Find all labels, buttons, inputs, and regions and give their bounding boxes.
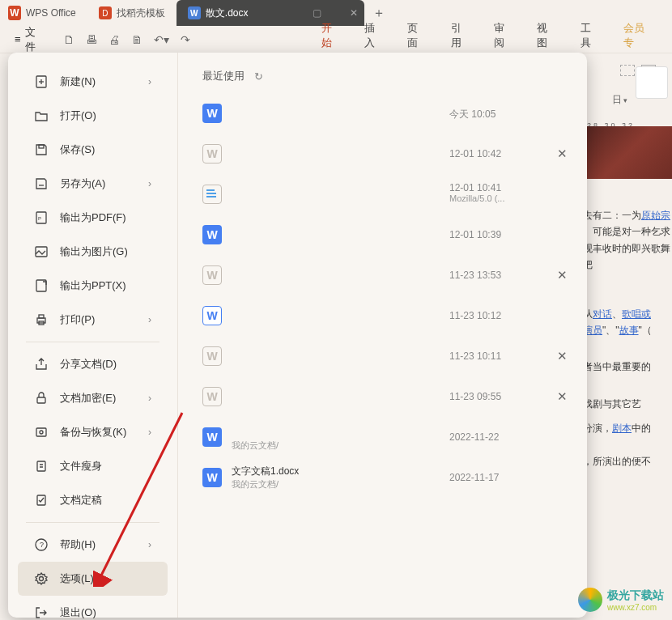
file-name bbox=[232, 389, 563, 405]
file-time: 11-23 10:11 bbox=[449, 350, 501, 362]
menu-tab-vip[interactable]: 会员专 bbox=[611, 21, 664, 57]
print-icon[interactable]: 🖨 bbox=[108, 33, 120, 46]
file-info bbox=[232, 105, 563, 121]
close-icon[interactable]: ✕ bbox=[557, 349, 568, 363]
file-info: 文字文稿1.docx我的云文档/ bbox=[232, 465, 563, 490]
menu-item-label: 选项(L) bbox=[60, 571, 94, 586]
print-icon bbox=[34, 312, 50, 327]
recent-file-row[interactable]: W今天 10:05 bbox=[178, 93, 587, 134]
hamburger-icon: ≡ bbox=[15, 33, 21, 45]
recent-file-row[interactable]: 12-01 10:41Mozilla/5.0 (... bbox=[178, 174, 587, 214]
recent-file-row[interactable]: W11-23 09:55✕ bbox=[178, 376, 587, 417]
close-icon[interactable]: ✕ bbox=[557, 268, 568, 282]
menu-item-label: 文档定稿 bbox=[60, 493, 102, 507]
refresh-icon[interactable]: ↻ bbox=[254, 70, 263, 83]
close-icon[interactable]: ✕ bbox=[557, 389, 568, 404]
file-info bbox=[232, 227, 563, 243]
menu-item-label: 输出为图片(G) bbox=[60, 244, 128, 259]
chevron-right-icon: › bbox=[148, 427, 151, 438]
watermark-url: www.xz7.com bbox=[607, 603, 664, 612]
menu-item-label: 输出为PPT(X) bbox=[60, 278, 126, 293]
watermark-logo-icon bbox=[578, 588, 602, 612]
menu-item-label: 打开(O) bbox=[60, 108, 96, 123]
menu-item-print[interactable]: 打印(P) › bbox=[18, 303, 168, 337]
tab-label: 找稻壳模板 bbox=[117, 6, 165, 20]
help-icon: ? bbox=[34, 537, 50, 552]
svg-rect-3 bbox=[39, 145, 44, 148]
file-menu-list: 新建(N) › 打开(O) 保存(S) 另存为(A) › P 输出为PDF(F)… bbox=[8, 53, 178, 618]
recent-files-panel: 最近使用 ↻ W今天 10:05W12-01 10:42✕12-01 10:41… bbox=[178, 53, 587, 618]
menu-item-save[interactable]: 保存(S) bbox=[18, 133, 168, 167]
open-folder-icon bbox=[34, 108, 50, 123]
recent-file-row[interactable]: W12-01 10:42✕ bbox=[178, 134, 587, 174]
menu-item-label: 保存(S) bbox=[60, 142, 95, 157]
close-icon[interactable]: ✕ bbox=[350, 7, 358, 19]
svg-text:P: P bbox=[38, 216, 41, 221]
menu-item-saveas[interactable]: 另存为(A) › bbox=[18, 167, 168, 201]
menu-item-label: 文档加密(E) bbox=[60, 391, 116, 406]
file-name bbox=[232, 423, 563, 440]
menu-item-share[interactable]: 分享文档(D) bbox=[18, 347, 168, 381]
menu-separator bbox=[26, 522, 159, 523]
menu-item-options[interactable]: 选项(L) bbox=[18, 562, 168, 596]
main-toolbar: ≡ 文件 🗋 🖶 🖨 🗎 ↶▾ ↷ 开始 插入 页面 引用 审阅 视图 工具 会… bbox=[0, 26, 672, 53]
recent-file-row[interactable]: W11-23 10:11✕ bbox=[178, 336, 587, 376]
new-file-icon bbox=[34, 74, 50, 89]
file-info bbox=[232, 308, 563, 324]
menu-item-open[interactable]: 打开(O) bbox=[18, 99, 168, 133]
menu-item-exit[interactable]: 退出(O) bbox=[18, 596, 168, 620]
window-mode-icon[interactable]: ▢ bbox=[313, 7, 321, 19]
menu-item-slim[interactable]: 文件瘦身 bbox=[18, 449, 168, 483]
chevron-right-icon: › bbox=[148, 178, 151, 189]
recent-file-row[interactable]: W11-23 13:53✕ bbox=[178, 255, 587, 295]
chevron-right-icon: › bbox=[148, 76, 151, 87]
file-type-icon: W bbox=[202, 346, 222, 366]
menu-item-encrypt[interactable]: 文档加密(E) › bbox=[18, 381, 168, 415]
file-path: 我的云文档/ bbox=[232, 478, 563, 490]
file-name bbox=[232, 186, 563, 202]
close-icon[interactable]: ✕ bbox=[557, 147, 568, 161]
file-name bbox=[232, 227, 563, 243]
file-name bbox=[232, 267, 563, 283]
print-quick-icon[interactable]: 🖶 bbox=[86, 33, 97, 46]
file-time: 今天 10:05 bbox=[449, 108, 495, 121]
recent-file-row[interactable]: W文字文稿1.docx我的云文档/2022-11-17 bbox=[178, 457, 587, 498]
file-type-icon: W bbox=[202, 265, 222, 285]
file-type-icon: W bbox=[202, 468, 222, 487]
new-tab-button[interactable]: ＋ bbox=[364, 5, 393, 22]
file-type-icon: W bbox=[202, 387, 222, 406]
menu-item-export-pdf[interactable]: P 输出为PDF(F) bbox=[18, 201, 168, 235]
save-icon[interactable]: 🗋 bbox=[63, 33, 74, 46]
svg-rect-11 bbox=[37, 397, 45, 403]
finalize-icon bbox=[34, 493, 50, 507]
menu-item-finalize[interactable]: 文档定稿 bbox=[18, 483, 168, 517]
menu-item-label: 新建(N) bbox=[60, 74, 96, 89]
menu-item-label: 输出为PDF(F) bbox=[60, 210, 126, 225]
tab-docer[interactable]: D 找稻壳模板 bbox=[87, 0, 177, 26]
recent-title: 最近使用 bbox=[202, 69, 245, 83]
file-name: 文字文稿1.docx bbox=[232, 465, 563, 478]
menu-item-backup[interactable]: 备份与恢复(K) › bbox=[18, 415, 168, 449]
recent-file-row[interactable]: W12-01 10:39 bbox=[178, 214, 587, 255]
menu-item-new[interactable]: 新建(N) › bbox=[18, 65, 168, 99]
redo-icon[interactable]: ↷ bbox=[181, 33, 190, 46]
recent-file-row[interactable]: W11-23 10:12 bbox=[178, 295, 587, 336]
exit-icon bbox=[34, 605, 50, 620]
file-menu-button[interactable]: ≡ 文件 bbox=[8, 23, 51, 57]
menu-item-export-ppt[interactable]: 输出为PPT(X) bbox=[18, 269, 168, 303]
file-time: 12-01 10:42 bbox=[449, 148, 501, 159]
lock-icon bbox=[34, 391, 50, 406]
ppt-icon bbox=[34, 278, 50, 293]
menu-item-label: 备份与恢复(K) bbox=[60, 425, 126, 440]
slim-icon bbox=[34, 459, 50, 473]
file-button-label: 文件 bbox=[25, 25, 45, 54]
menu-item-help[interactable]: ? 帮助(H) › bbox=[18, 528, 168, 562]
preview-icon[interactable]: 🗎 bbox=[131, 33, 142, 46]
undo-icon[interactable]: ↶▾ bbox=[154, 33, 169, 46]
recent-file-row[interactable]: W我的云文档/2022-11-22 bbox=[178, 417, 587, 457]
docer-icon: D bbox=[99, 6, 112, 19]
file-type-icon: W bbox=[202, 427, 222, 447]
file-name bbox=[232, 308, 563, 324]
menu-item-export-image[interactable]: 输出为图片(G) bbox=[18, 235, 168, 269]
document-content-peek: 去有二：一为原始宗 可能是对一种乞求 观丰收时的即兴歌舞 把 从对话、歌唱或 演… bbox=[583, 53, 672, 469]
